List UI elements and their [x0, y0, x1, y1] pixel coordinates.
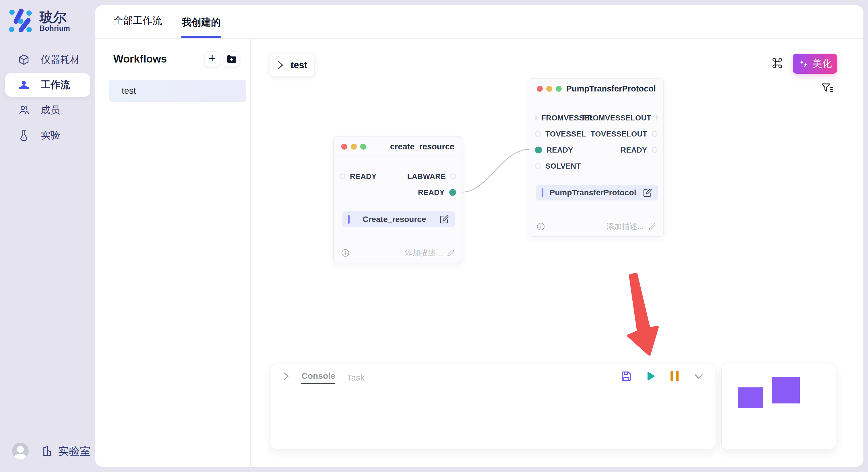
workflow-icon	[17, 78, 30, 92]
add-workflow-button[interactable]: +	[205, 51, 220, 67]
chevron-right-icon	[277, 61, 284, 70]
save-icon	[620, 370, 632, 382]
info-icon[interactable]	[536, 222, 546, 231]
edge-ready-to-ready	[462, 149, 529, 192]
workflow-item-name: test	[122, 86, 136, 96]
sidebar-item-label: 成员	[41, 103, 60, 117]
main-content: 全部工作流 我创建的 Workflows +	[95, 5, 863, 467]
workflows-panel-title: Workflows	[113, 53, 167, 65]
tab-all-workflows[interactable]: 全部工作流	[113, 14, 162, 38]
lab-label: 实验室	[58, 444, 91, 459]
node-create-resource[interactable]: create_resource READY LABWARE	[333, 136, 462, 263]
port-circle[interactable]	[652, 131, 658, 137]
output-port-ready[interactable]: READY	[418, 188, 456, 197]
node-footer: 添加描述...	[334, 248, 462, 258]
input-port-tovessel[interactable]: TOVESSEL	[535, 130, 586, 138]
output-port-ready[interactable]: READY	[621, 146, 658, 155]
port-circle-connected[interactable]	[535, 146, 542, 154]
output-port-labware[interactable]: LABWARE	[407, 172, 456, 181]
bohrium-logo-icon	[9, 9, 34, 34]
pause-icon	[671, 371, 679, 381]
breadcrumb[interactable]: test	[270, 54, 315, 76]
collapse-console-button[interactable]	[693, 370, 705, 382]
input-port-ready[interactable]: READY	[535, 146, 573, 155]
port-circle[interactable]	[451, 173, 456, 179]
logo-title: 玻尔	[40, 10, 70, 24]
workflow-canvas[interactable]: test 美化	[251, 39, 863, 466]
port-circle[interactable]	[535, 131, 541, 137]
logo-subtitle: Bohrium	[40, 24, 70, 32]
pencil-icon[interactable]	[648, 222, 656, 231]
node-header: create_resource	[334, 136, 462, 157]
sidebar-item-label: 工作流	[41, 78, 70, 92]
node-footer: 添加描述...	[529, 222, 663, 232]
lab-switcher[interactable]: 实验室	[41, 444, 91, 459]
tab-my-created[interactable]: 我创建的	[182, 16, 221, 38]
port-circle[interactable]	[656, 115, 658, 121]
input-port-solvent[interactable]: SOLVENT	[535, 162, 581, 171]
console-panel: Console Task	[271, 364, 715, 449]
description-placeholder[interactable]: 添加描述...	[606, 222, 644, 232]
test-tube-icon	[17, 129, 30, 142]
input-port-fromvessel[interactable]: FROMVESSEL	[535, 113, 589, 123]
sparkles-icon	[798, 58, 809, 69]
building-icon	[41, 445, 53, 457]
sidebar-item-members[interactable]: 成员	[5, 98, 90, 122]
import-folder-button[interactable]	[224, 51, 239, 67]
pencil-icon[interactable]	[446, 248, 455, 257]
save-button[interactable]	[620, 370, 632, 382]
node-action-label: Create_resource	[350, 215, 439, 224]
run-button[interactable]	[644, 370, 656, 382]
sidebar-menu: 仪器耗材 工作流 成员	[0, 47, 95, 148]
minimap-node-create-resource	[738, 387, 763, 408]
workflow-tabs: 全部工作流 我创建的	[95, 5, 863, 39]
port-circle-connected[interactable]	[449, 189, 456, 196]
folder-download-icon	[226, 53, 237, 65]
members-icon	[17, 103, 30, 117]
port-circle[interactable]	[535, 115, 537, 121]
info-icon[interactable]	[341, 248, 350, 258]
filter-button[interactable]	[820, 81, 834, 96]
port-circle[interactable]	[535, 163, 541, 169]
node-title: create_resource	[390, 142, 454, 151]
traffic-dots-icon	[537, 86, 562, 92]
play-icon	[644, 370, 656, 382]
logo: 玻尔 Bohrium	[0, 0, 95, 34]
description-placeholder[interactable]: 添加描述...	[405, 248, 442, 258]
node-title: PumpTransferProtocol	[566, 84, 656, 94]
edit-icon[interactable]	[642, 188, 652, 198]
node-action-pill[interactable]: PumpTransferProtocol	[536, 185, 658, 200]
sidebar-item-label: 仪器耗材	[41, 53, 80, 66]
command-palette-button[interactable]	[769, 55, 785, 71]
node-pump-transfer-protocol[interactable]: PumpTransferProtocol FROMVESSEL FROMVESS…	[529, 78, 664, 237]
output-port-tovesselout[interactable]: TOVESSELOUT	[590, 130, 658, 138]
input-port-ready[interactable]: READY	[340, 172, 377, 181]
minimap[interactable]	[721, 364, 836, 449]
pause-button[interactable]	[669, 370, 681, 382]
active-tab-underline	[181, 36, 221, 38]
sidebar-item-experiments[interactable]: 实验	[5, 124, 90, 147]
sidebar-item-label: 实验	[41, 129, 60, 142]
sidebar-item-instruments[interactable]: 仪器耗材	[5, 48, 90, 71]
red-annotation-arrow	[629, 274, 657, 354]
port-circle[interactable]	[340, 173, 345, 179]
breadcrumb-label: test	[290, 60, 307, 71]
sidebar: 玻尔 Bohrium 仪器耗材 工作流	[0, 0, 95, 472]
expand-chevron-icon[interactable]	[282, 372, 290, 380]
workflow-list-item[interactable]: test	[109, 80, 246, 102]
output-port-fromvesselout[interactable]: FROMVESSELOUT	[589, 113, 658, 123]
package-icon	[17, 53, 30, 66]
plus-icon: +	[209, 53, 216, 65]
node-action-pill[interactable]: Create_resource	[342, 211, 455, 227]
user-avatar[interactable]	[12, 443, 29, 460]
beautify-label: 美化	[812, 57, 832, 70]
sidebar-item-workflow[interactable]: 工作流	[5, 73, 90, 97]
port-circle[interactable]	[652, 147, 658, 153]
console-tab[interactable]: Console	[301, 368, 335, 384]
node-header: PumpTransferProtocol	[529, 78, 663, 99]
beautify-button[interactable]: 美化	[793, 54, 837, 74]
edit-icon[interactable]	[439, 214, 449, 224]
traffic-dots-icon	[341, 144, 366, 150]
chevron-down-icon	[693, 370, 705, 382]
task-tab[interactable]: Task	[347, 370, 365, 382]
